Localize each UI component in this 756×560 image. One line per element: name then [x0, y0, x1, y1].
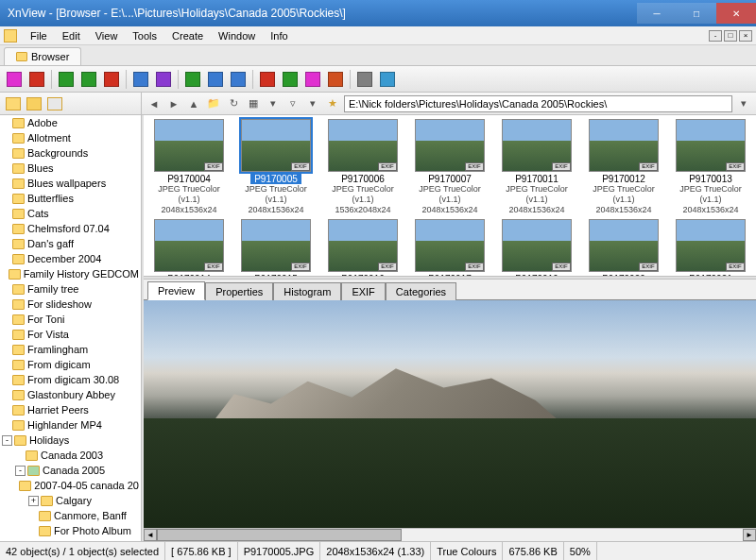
tree-item[interactable]: -Canada 2005: [0, 463, 141, 478]
preview-image[interactable]: [144, 300, 756, 528]
menu-window[interactable]: Window: [211, 28, 263, 43]
nav-up-button[interactable]: ▲: [185, 95, 202, 112]
preview-scrollbar[interactable]: ◄►: [144, 528, 756, 541]
thumbnail-item[interactable]: EXIFP9170007JPEG TrueColor (v1.1)2048x15…: [408, 119, 491, 215]
tree-item[interactable]: From digicam: [0, 357, 141, 372]
maximize-button[interactable]: □: [677, 3, 716, 24]
tree-item[interactable]: Chelmsford 07.04: [0, 221, 141, 236]
nav-filter-icon[interactable]: ▿: [284, 95, 301, 112]
settings-button[interactable]: [354, 69, 375, 90]
nav-back-button[interactable]: ◄: [146, 95, 163, 112]
tree-item[interactable]: Allotment: [0, 130, 141, 145]
thumbnail-item[interactable]: EXIFP9170014JPEG TrueColor (v1.1)1536x20…: [147, 219, 231, 276]
thumbnail-item[interactable]: EXIFP9170006JPEG TrueColor (v1.1)1536x20…: [321, 119, 404, 215]
menu-tools[interactable]: Tools: [125, 28, 164, 43]
thumbnail-item[interactable]: EXIFP9170013JPEG TrueColor (v1.1)2048x15…: [669, 119, 752, 215]
preview-tab-properties[interactable]: Properties: [205, 282, 273, 300]
thumbnail-item[interactable]: EXIFP9170016JPEG TrueColor (v1.1)2048x15…: [321, 219, 404, 276]
nav-sort-icon[interactable]: ▾: [265, 95, 282, 112]
tree-item[interactable]: Harriet Peers: [0, 402, 141, 417]
tree-item[interactable]: For Vista: [0, 327, 141, 342]
close-red-button[interactable]: [26, 69, 47, 90]
nav-view-icon[interactable]: ▦: [245, 95, 262, 112]
tree-item[interactable]: Adobe: [0, 115, 141, 130]
tree-item[interactable]: Backgrounds: [0, 145, 141, 161]
address-dropdown[interactable]: ▾: [735, 95, 752, 112]
nav-forward-button[interactable]: ►: [165, 95, 182, 112]
rotate-right-button[interactable]: [78, 69, 99, 90]
address-input[interactable]: [344, 95, 732, 112]
camera-button[interactable]: [257, 69, 278, 90]
thumbnail-item[interactable]: EXIFP9170020JPEG TrueColor (v1.1)2048x15…: [582, 219, 665, 276]
tree-fav-icon[interactable]: [26, 97, 42, 110]
thumbnail-item[interactable]: EXIFP9170015JPEG TrueColor (v1.1)2048x15…: [234, 219, 318, 276]
tree-item[interactable]: Framlingham: [0, 342, 141, 357]
tree-item[interactable]: For slideshow: [0, 297, 141, 312]
preview-tab-preview[interactable]: Preview: [147, 281, 205, 300]
tree-item[interactable]: -Holidays: [0, 433, 141, 448]
help-button[interactable]: [377, 69, 398, 90]
tree-expand-icon[interactable]: -: [15, 466, 26, 476]
preview-tab-exif[interactable]: EXIF: [341, 282, 385, 300]
thumbnail-item[interactable]: EXIFP9170011JPEG TrueColor (v1.1)2048x15…: [495, 119, 578, 215]
tree-item[interactable]: December 2004: [0, 251, 141, 266]
tree-item[interactable]: For Photo Album: [0, 523, 141, 538]
fullscreen-button[interactable]: [4, 69, 25, 90]
layout-1-button[interactable]: [130, 69, 151, 90]
nav-star-icon[interactable]: ★: [324, 95, 341, 112]
preview-tab-histogram[interactable]: Histogram: [273, 282, 341, 300]
tag-pink-button[interactable]: [302, 69, 323, 90]
tree-item[interactable]: Blues wallpapers: [0, 176, 141, 191]
tree-expand-icon[interactable]: +: [28, 496, 39, 506]
folder-tree[interactable]: AdobeAllotmentBackgroundsBluesBlues wall…: [0, 115, 142, 541]
browser-tab[interactable]: Browser: [4, 47, 81, 65]
thumbnail-pane[interactable]: EXIFP9170004JPEG TrueColor (v1.1)2048x15…: [144, 115, 756, 276]
tree-refresh-icon[interactable]: [47, 97, 62, 110]
close-button[interactable]: ✕: [716, 3, 756, 24]
menu-edit[interactable]: Edit: [55, 28, 88, 43]
compare-button[interactable]: [228, 69, 249, 90]
tree-item[interactable]: Family tree: [0, 281, 141, 297]
tree-item[interactable]: For Toni: [0, 312, 141, 327]
preview-tab-categories[interactable]: Categories: [386, 282, 456, 300]
minimize-button[interactable]: ─: [637, 3, 677, 24]
rotate-left-button[interactable]: [56, 69, 77, 90]
nav-options-icon[interactable]: ▾: [304, 95, 321, 112]
tree-item[interactable]: +Calgary: [0, 493, 141, 508]
thumbnail-item[interactable]: EXIFP9170004JPEG TrueColor (v1.1)2048x15…: [147, 119, 231, 215]
print-button[interactable]: [205, 69, 226, 90]
thumbnail-item[interactable]: EXIFP9170012JPEG TrueColor (v1.1)2048x15…: [582, 119, 665, 215]
layout-2-button[interactable]: [153, 69, 174, 90]
tree-item[interactable]: Dan's gaff: [0, 236, 141, 251]
zoom-button[interactable]: [182, 69, 203, 90]
tree-item[interactable]: Glastonbury Abbey: [0, 387, 141, 402]
tree-item[interactable]: From digicam 30.08: [0, 372, 141, 387]
thumbnail-item[interactable]: EXIFP9170017JPEG TrueColor (v1.1)2048x15…: [408, 219, 491, 276]
menu-create[interactable]: Create: [164, 28, 211, 43]
mdi-close[interactable]: ×: [739, 30, 752, 42]
mdi-minimize[interactable]: -: [709, 30, 722, 42]
menu-info[interactable]: Info: [263, 28, 295, 43]
mdi-restore[interactable]: □: [724, 30, 737, 42]
thumbnail-item[interactable]: EXIFP9170021JPEG TrueColor (v1.1)2048x15…: [669, 219, 752, 276]
menu-file[interactable]: File: [23, 28, 55, 43]
tree-item[interactable]: Canmore, Banff: [0, 508, 141, 523]
tree-item[interactable]: Highlander MP4: [0, 417, 141, 433]
thumbnail-item[interactable]: EXIFP9170005JPEG TrueColor (v1.1)2048x15…: [234, 119, 318, 215]
tree-item[interactable]: Cats: [0, 206, 141, 221]
tree-item[interactable]: Blues: [0, 161, 141, 176]
menu-view[interactable]: View: [88, 28, 126, 43]
refresh-button[interactable]: [101, 69, 122, 90]
tree-item[interactable]: Family History GEDCOM: [0, 266, 141, 281]
screen-button[interactable]: [280, 69, 301, 90]
tree-item[interactable]: 2007-04-05 canada 20: [0, 478, 141, 493]
tree-expand-icon[interactable]: -: [2, 435, 12, 446]
nav-folder-icon[interactable]: 📁: [205, 95, 222, 112]
tree-item[interactable]: Golden: [0, 538, 141, 541]
tree-new-folder-icon[interactable]: [6, 97, 21, 110]
tree-item[interactable]: Canada 2003: [0, 448, 141, 463]
nav-refresh-icon[interactable]: ↻: [225, 95, 242, 112]
tree-item[interactable]: Butterflies: [0, 191, 141, 206]
grid-button[interactable]: [325, 69, 346, 90]
thumbnail-item[interactable]: EXIFP9170019JPEG TrueColor (v1.1)2048x15…: [495, 219, 578, 276]
